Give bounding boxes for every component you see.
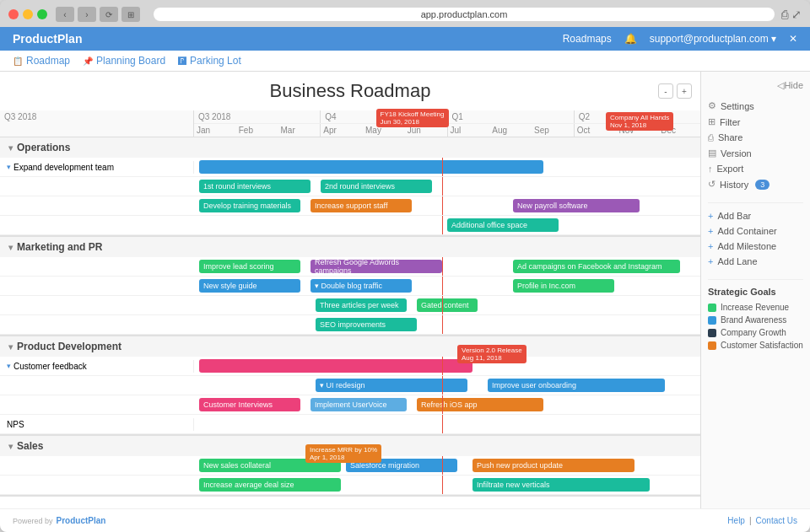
settings-item[interactable]: ⚙ Settings <box>708 98 803 114</box>
parking-lot-tab[interactable]: 🅿 Parking Lot <box>178 55 241 67</box>
company-all-hands-milestone[interactable]: Company All HandsNov 1, 2018 <box>606 112 673 131</box>
support-staff-bar[interactable]: Increase support staff <box>310 199 412 212</box>
window-button[interactable]: ⊞ <box>122 7 140 22</box>
roadmap-tab[interactable]: 📋 Roadmap <box>13 55 70 67</box>
zoom-out-button[interactable]: - <box>658 83 673 99</box>
hide-label: Hide <box>784 80 803 91</box>
add-container-icon: + <box>708 226 713 236</box>
first-round-bar[interactable]: 1st round interviews <box>199 180 310 193</box>
sidebar-divider-1 <box>708 202 803 203</box>
filter-icon: ⊞ <box>708 116 716 127</box>
nps-label: NPS <box>0 418 194 431</box>
adwords-bar[interactable]: Refresh Google Adwords campaigns <box>310 260 442 273</box>
user-onboarding-bar[interactable]: Improve user onboarding <box>488 379 665 392</box>
address-bar[interactable]: app.productplan.com <box>154 8 775 21</box>
month-aug: Aug <box>489 124 532 137</box>
history-item[interactable]: ↺ History 3 <box>708 176 803 192</box>
seo-bar[interactable]: SEO improvements <box>316 318 417 331</box>
expand-dev-team-row: ▾ Expand development team <box>0 158 700 177</box>
gated-content-bar[interactable]: Gated content <box>417 298 478 312</box>
header-close-button[interactable]: ✕ <box>789 33 797 45</box>
contact-link[interactable]: Contact Us <box>756 516 797 525</box>
month-jul: Jul <box>448 124 490 137</box>
fy18-kickoff-milestone[interactable]: FY18 Kickoff MeetingJun 30, 2018 <box>376 109 449 127</box>
ui-redesign-row: ▾ UI redesign Improve user onboarding <box>0 376 700 395</box>
ui-redesign-bar[interactable]: ▾ UI redesign <box>316 379 467 392</box>
add-lane-item[interactable]: + Add Lane <box>708 254 803 269</box>
ios-app-bar[interactable]: Refresh iOS app <box>417 398 543 411</box>
export-icon: ↑ <box>708 164 713 174</box>
settings-icon: ⚙ <box>708 100 716 111</box>
share-item[interactable]: ⎙ Share <box>708 130 803 145</box>
customer-feedback-bar[interactable] <box>199 359 472 373</box>
planning-board-tab[interactable]: 📌 Planning Board <box>83 55 165 67</box>
marketing-toggle[interactable]: ▾ <box>8 243 13 252</box>
inc-profile-bar[interactable]: Profile in Inc.com <box>513 279 614 293</box>
forward-button[interactable]: › <box>78 7 96 22</box>
hide-button[interactable]: ◁ Hide <box>708 80 803 91</box>
roadmaps-nav[interactable]: Roadmaps <box>563 33 612 45</box>
add-bar-item[interactable]: + Add Bar <box>708 208 803 223</box>
expand-dev-team-bar[interactable] <box>199 160 543 174</box>
goal-brand: Brand Awareness <box>708 314 803 326</box>
goal-growth-dot <box>708 329 716 337</box>
right-sidebar: ◁ Hide ⚙ Settings ⊞ Filter ⎙ Share <box>700 72 810 508</box>
version-item[interactable]: ▤ Version <box>708 145 803 161</box>
back-button[interactable]: ‹ <box>56 7 74 22</box>
office-bar[interactable]: Additional office space <box>447 218 559 232</box>
footer-separator: | <box>749 516 752 525</box>
deal-size-bar[interactable]: Increase average deal size <box>199 478 341 492</box>
filter-item[interactable]: ⊞ Filter <box>708 114 803 130</box>
operations-header[interactable]: ▾ Operations <box>0 137 700 158</box>
operations-toggle[interactable]: ▾ <box>8 143 13 153</box>
fullscreen-button[interactable]: ⤢ <box>791 8 802 21</box>
v2-vline <box>442 357 443 375</box>
add-bar-icon: + <box>708 211 713 221</box>
second-round-bar[interactable]: 2nd round interviews <box>321 180 432 193</box>
facebook-bar[interactable]: Ad campaigns on Facebook and Instagram <box>513 260 680 273</box>
zoom-in-button[interactable]: + <box>677 83 692 99</box>
marketing-header[interactable]: ▾ Marketing and PR <box>0 237 700 257</box>
export-item[interactable]: ↑ Export <box>708 161 803 176</box>
add-milestone-item[interactable]: + Add Milestone <box>708 239 803 254</box>
share-button[interactable]: ⎙ <box>781 8 788 21</box>
q1-header: Q1 <box>448 110 575 123</box>
training-bar[interactable]: Develop training materials <box>199 199 300 212</box>
style-guide-bar[interactable]: New style guide <box>199 279 300 293</box>
interviews-row: 1st round interviews 2nd round interview… <box>0 177 700 196</box>
blog-traffic-bar[interactable]: ▾ Double blog traffic <box>310 279 412 293</box>
maximize-traffic-light[interactable] <box>37 9 47 19</box>
product-dev-header[interactable]: ▾ Product Development <box>0 336 700 357</box>
notification-bell[interactable]: 🔔 <box>624 33 637 45</box>
product-dev-toggle[interactable]: ▾ <box>8 342 13 352</box>
powered-by-text: Powered by <box>13 517 53 525</box>
hide-icon: ◁ <box>777 80 784 91</box>
help-link[interactable]: Help <box>727 516 745 525</box>
minimize-traffic-light[interactable] <box>23 9 33 19</box>
customer-interviews-bar[interactable]: Customer Interviews <box>199 398 300 411</box>
export-label: Export <box>717 164 744 174</box>
refresh-button[interactable]: ⟳ <box>100 7 118 22</box>
sales-toggle[interactable]: ▾ <box>8 442 13 451</box>
month-feb: Feb <box>236 124 278 137</box>
user-menu[interactable]: support@productplan.com ▾ <box>650 33 776 45</box>
uservoice-bar[interactable]: Implement UserVoice <box>310 398 407 411</box>
nps-row: NPS <box>0 415 700 434</box>
goal-satisfaction-dot <box>708 341 716 350</box>
new-verticals-bar[interactable]: Infiltrate new verticals <box>472 478 650 492</box>
share-label: Share <box>718 132 742 142</box>
operations-section: ▾ Operations ▾ Expand development team <box>0 137 700 237</box>
version-icon: ▤ <box>708 148 716 159</box>
close-traffic-light[interactable] <box>8 9 19 19</box>
v2-release-milestone[interactable]: Version 2.0 ReleaseAug 11, 2018 <box>457 345 526 363</box>
add-container-item[interactable]: + Add Container <box>708 223 803 239</box>
product-update-bar[interactable]: Push new product update <box>472 459 634 472</box>
customer-feedback-toggle[interactable]: ▾ <box>7 362 11 370</box>
expand-dev-team-toggle[interactable]: ▾ <box>7 163 11 171</box>
operations-label: Operations <box>17 142 70 153</box>
mrr-milestone[interactable]: Increase MRR by 10%Apr 1, 2018 <box>305 444 381 463</box>
fy18-vline3 <box>442 196 443 215</box>
articles-bar[interactable]: Three articles per week <box>316 298 407 312</box>
payroll-bar[interactable]: New payroll software <box>513 199 640 212</box>
lead-scoring-bar[interactable]: Improve lead scoring <box>199 260 300 273</box>
